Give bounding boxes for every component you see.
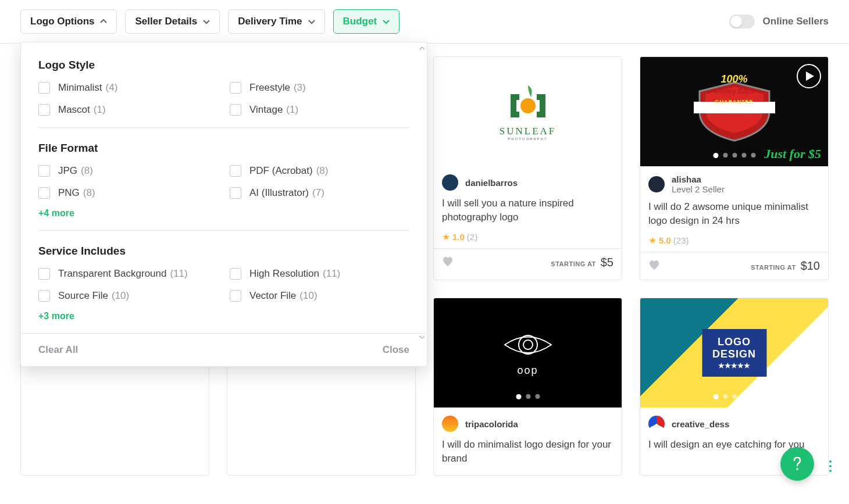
seller-name[interactable]: creative_dess bbox=[672, 419, 729, 429]
option-count: (10) bbox=[112, 290, 129, 301]
option-count: (4) bbox=[106, 82, 118, 93]
scroll-down-icon[interactable] bbox=[419, 334, 425, 340]
badge-text-mid: Money Back bbox=[640, 87, 828, 95]
option-mascot[interactable]: Mascot(1) bbox=[38, 104, 218, 116]
gig-image-text: SUNLEAF bbox=[500, 126, 557, 137]
gig-image[interactable]: 100% Money Back GUARANTEE Just for $5 bbox=[640, 57, 828, 166]
help-button[interactable] bbox=[780, 447, 814, 481]
option-label: High Resolution bbox=[249, 268, 319, 279]
rating-count: (2) bbox=[467, 232, 477, 242]
more-file-format[interactable]: +4 more bbox=[38, 208, 74, 219]
option-count: (1) bbox=[94, 104, 106, 115]
more-service-includes[interactable]: +3 more bbox=[38, 311, 74, 321]
image-tagline: Just for $5 bbox=[764, 146, 821, 162]
star-icon: ★ bbox=[442, 231, 450, 242]
logo-options-filter[interactable]: Logo Options bbox=[20, 9, 117, 34]
checkbox-icon bbox=[38, 268, 50, 280]
seller-level: Level 2 Seller bbox=[672, 184, 725, 194]
option-minimalist[interactable]: Minimalist(4) bbox=[38, 82, 218, 94]
option-label: JPG bbox=[58, 165, 77, 176]
checkbox-icon bbox=[38, 187, 50, 199]
gig-image-subtext: PHOTOGRAPHY bbox=[508, 137, 548, 141]
section-title: Logo Style bbox=[38, 59, 409, 72]
close-button[interactable]: Close bbox=[383, 344, 409, 356]
filter-label: Budget bbox=[343, 16, 377, 27]
logo-style-section: Logo Style Minimalist(4) Freestyle(3) Ma… bbox=[38, 59, 409, 128]
seller-name[interactable]: alishaa bbox=[672, 174, 725, 184]
rating-value: 1.0 bbox=[452, 232, 465, 242]
price: $10 bbox=[801, 259, 820, 272]
filter-label: Delivery Time bbox=[238, 16, 302, 27]
star-icon: ★ bbox=[648, 235, 657, 246]
seller-avatar[interactable] bbox=[442, 174, 458, 191]
filter-label: Seller Details bbox=[135, 16, 197, 27]
seller-avatar[interactable] bbox=[648, 176, 665, 192]
chevron-down-icon bbox=[383, 18, 390, 25]
gig-card[interactable]: SUNLEAF PHOTOGRAPHY danielbarros I will … bbox=[433, 56, 622, 280]
checkbox-icon bbox=[230, 165, 241, 177]
gig-card[interactable]: 100% Money Back GUARANTEE Just for $5 al… bbox=[640, 56, 829, 280]
carousel-dots[interactable] bbox=[713, 153, 755, 158]
gig-image-text: oop bbox=[517, 364, 538, 377]
option-count: (8) bbox=[81, 165, 93, 176]
rating-count: (23) bbox=[673, 235, 689, 245]
seller-details-filter[interactable]: Seller Details bbox=[125, 9, 220, 34]
option-count: (7) bbox=[312, 187, 324, 198]
play-button[interactable] bbox=[797, 64, 821, 88]
option-ai[interactable]: AI (Illustrator)(7) bbox=[230, 187, 409, 199]
gig-title[interactable]: I will do minimalist logo design for you… bbox=[442, 438, 613, 467]
seller-name[interactable]: danielbarros bbox=[465, 178, 518, 188]
option-count: (10) bbox=[299, 290, 317, 301]
svg-point-2 bbox=[523, 340, 533, 349]
svg-point-3 bbox=[796, 468, 798, 470]
checkbox-icon bbox=[230, 104, 241, 116]
delivery-time-filter[interactable]: Delivery Time bbox=[228, 9, 324, 34]
gig-title[interactable]: I will do 2 awsome unique minimalist log… bbox=[648, 200, 820, 229]
section-title: Service Includes bbox=[38, 245, 409, 258]
option-freestyle[interactable]: Freestyle(3) bbox=[230, 82, 409, 94]
option-vector-file[interactable]: Vector File(10) bbox=[230, 290, 409, 302]
chevron-up-icon bbox=[100, 18, 107, 25]
option-label: Mascot bbox=[58, 104, 90, 115]
starting-at-label: STARTING AT bbox=[751, 264, 796, 271]
option-pdf[interactable]: PDF (Acrobat)(8) bbox=[230, 165, 409, 177]
logo-options-dropdown: Logo Style Minimalist(4) Freestyle(3) Ma… bbox=[20, 42, 427, 367]
option-label: Vector File bbox=[249, 290, 296, 301]
option-label: AI (Illustrator) bbox=[249, 187, 309, 198]
gig-image[interactable]: oop bbox=[434, 298, 622, 408]
gig-card[interactable]: oop tripacolorida I will do minimalist l… bbox=[433, 298, 622, 476]
option-high-res[interactable]: High Resolution(11) bbox=[230, 268, 409, 280]
seller-avatar[interactable] bbox=[648, 416, 665, 432]
option-jpg[interactable]: JPG(8) bbox=[38, 165, 218, 177]
favorite-button[interactable] bbox=[648, 260, 660, 273]
checkbox-icon bbox=[230, 187, 241, 199]
seller-avatar[interactable] bbox=[442, 416, 458, 432]
option-label: PNG bbox=[58, 187, 80, 198]
favorite-button[interactable] bbox=[442, 256, 454, 269]
collage-text-2: DESIGN bbox=[712, 348, 756, 360]
section-title: File Format bbox=[38, 142, 409, 155]
option-vintage[interactable]: Vintage(1) bbox=[230, 104, 409, 116]
help-menu-button[interactable] bbox=[829, 460, 832, 472]
checkbox-icon bbox=[230, 290, 241, 302]
scroll-up-icon[interactable] bbox=[419, 45, 425, 51]
gig-image[interactable]: LOGO DESIGN ★★★★★ bbox=[640, 298, 828, 408]
budget-filter[interactable]: Budget bbox=[333, 9, 400, 34]
option-label: Minimalist bbox=[58, 82, 102, 93]
gig-title[interactable]: I will sell you a nature inspired photog… bbox=[442, 196, 613, 226]
badge-text-bot: GUARANTEE bbox=[640, 99, 828, 105]
gig-image[interactable]: SUNLEAF PHOTOGRAPHY bbox=[434, 57, 622, 166]
option-transparent-bg[interactable]: Transparent Background(11) bbox=[38, 268, 218, 280]
checkbox-icon bbox=[38, 82, 50, 94]
online-sellers-toggle[interactable] bbox=[729, 15, 755, 28]
option-source-file[interactable]: Source File(10) bbox=[38, 290, 218, 302]
option-count: (11) bbox=[323, 268, 340, 279]
option-label: Freestyle bbox=[249, 82, 290, 93]
carousel-dots[interactable] bbox=[516, 394, 540, 399]
clear-all-button[interactable]: Clear All bbox=[38, 344, 78, 356]
carousel-dots[interactable] bbox=[713, 394, 755, 399]
chevron-down-icon bbox=[203, 18, 210, 25]
option-png[interactable]: PNG(8) bbox=[38, 187, 218, 199]
seller-name[interactable]: tripacolorida bbox=[465, 419, 518, 429]
svg-point-0 bbox=[520, 98, 536, 113]
